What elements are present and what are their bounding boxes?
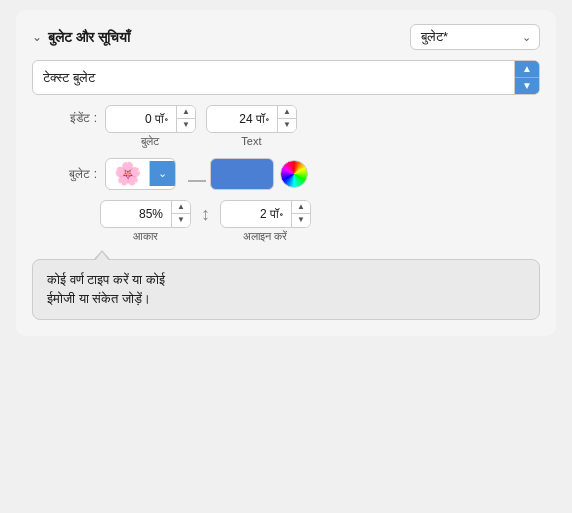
- bullet-indent-field: 0 पॉ॰ ▲ ▼: [105, 105, 196, 133]
- align-sublabel: अलाइन करें: [243, 230, 287, 243]
- section-title: बुलेट और सूचियाँ: [48, 29, 410, 46]
- dropdown-chevron-icon: ⌄: [522, 31, 531, 44]
- text-indent-value: 24 पॉ॰: [207, 108, 277, 130]
- text-indent-group: 24 पॉ॰ ▲ ▼ Text: [206, 105, 297, 148]
- bullet-emoji[interactable]: 🌸: [106, 159, 149, 189]
- text-indent-up[interactable]: ▲: [278, 106, 296, 118]
- resize-icon: ↕: [201, 200, 210, 225]
- text-indent-down[interactable]: ▼: [278, 118, 296, 131]
- bullet-indent-up[interactable]: ▲: [177, 106, 195, 118]
- size-align-row: 85% ▲ ▼ आकार ↕ 2 पॉ॰ ▲ ▼ अलाइन करें: [32, 200, 540, 243]
- bullet-indent-stepper: ▲ ▼: [176, 106, 195, 132]
- indent-row: इंडेंट : 0 पॉ॰ ▲ ▼ बुलेट 24 पॉ॰ ▲ ▼: [32, 105, 540, 148]
- size-group: 85% ▲ ▼ आकार: [100, 200, 191, 243]
- bullet-emoji-group: 🌸 ⌄: [105, 158, 176, 190]
- list-type-dropdown[interactable]: बुलेट* ⌄: [410, 24, 540, 50]
- section-header: ⌄ बुलेट और सूचियाँ बुलेट* ⌄: [32, 24, 540, 50]
- tooltip-arrow-inner: [95, 252, 109, 261]
- indent-fields: 0 पॉ॰ ▲ ▼ बुलेट 24 पॉ॰ ▲ ▼ Text: [105, 105, 297, 148]
- text-bullet-input[interactable]: [33, 64, 514, 91]
- size-up[interactable]: ▲: [172, 201, 190, 213]
- connector-line: [188, 180, 206, 182]
- bullets-lists-panel: ⌄ बुलेट और सूचियाँ बुलेट* ⌄ ▲ ▼ इंडेंट :…: [16, 10, 556, 336]
- tooltip-box: कोई वर्ण टाइप करें या कोईईमोजी या संकेत …: [32, 259, 540, 320]
- color-wheel-button[interactable]: [280, 160, 308, 188]
- align-value: 2 पॉ॰: [221, 203, 291, 225]
- text-indent-stepper: ▲ ▼: [277, 106, 296, 132]
- size-down[interactable]: ▼: [172, 213, 190, 226]
- align-up[interactable]: ▲: [292, 201, 310, 213]
- text-bullet-stepper-down[interactable]: ▼: [515, 77, 539, 94]
- size-stepper: ▲ ▼: [171, 201, 190, 227]
- color-group: [210, 158, 308, 190]
- text-bullet-stepper-up[interactable]: ▲: [515, 61, 539, 77]
- color-swatch[interactable]: [210, 158, 274, 190]
- size-value: 85%: [101, 203, 171, 225]
- align-group: 2 पॉ॰ ▲ ▼ अलाइन करें: [220, 200, 311, 243]
- bullet-indent-down[interactable]: ▼: [177, 118, 195, 131]
- emoji-dropdown-btn[interactable]: ⌄: [149, 161, 175, 186]
- size-sublabel: आकार: [133, 230, 158, 243]
- bullet-indent-value: 0 पॉ॰: [106, 108, 176, 130]
- bullet-label: बुलेट :: [42, 167, 97, 181]
- align-field: 2 पॉ॰ ▲ ▼: [220, 200, 311, 228]
- text-bullet-row: ▲ ▼: [32, 60, 540, 95]
- size-field: 85% ▲ ▼: [100, 200, 191, 228]
- align-down[interactable]: ▼: [292, 213, 310, 226]
- text-indent-sublabel: Text: [241, 135, 261, 147]
- bullet-row: बुलेट : 🌸 ⌄: [32, 158, 540, 190]
- tooltip-text: कोई वर्ण टाइप करें या कोईईमोजी या संकेत …: [47, 272, 165, 307]
- align-stepper: ▲ ▼: [291, 201, 310, 227]
- bullet-indent-group: 0 पॉ॰ ▲ ▼ बुलेट: [105, 105, 196, 148]
- dropdown-label: बुलेट*: [421, 29, 514, 45]
- text-indent-field: 24 पॉ॰ ▲ ▼: [206, 105, 297, 133]
- indent-label: इंडेंट :: [42, 105, 97, 125]
- text-bullet-stepper: ▲ ▼: [514, 61, 539, 94]
- bullet-indent-sublabel: बुलेट: [141, 135, 159, 148]
- section-collapse-icon[interactable]: ⌄: [32, 30, 42, 44]
